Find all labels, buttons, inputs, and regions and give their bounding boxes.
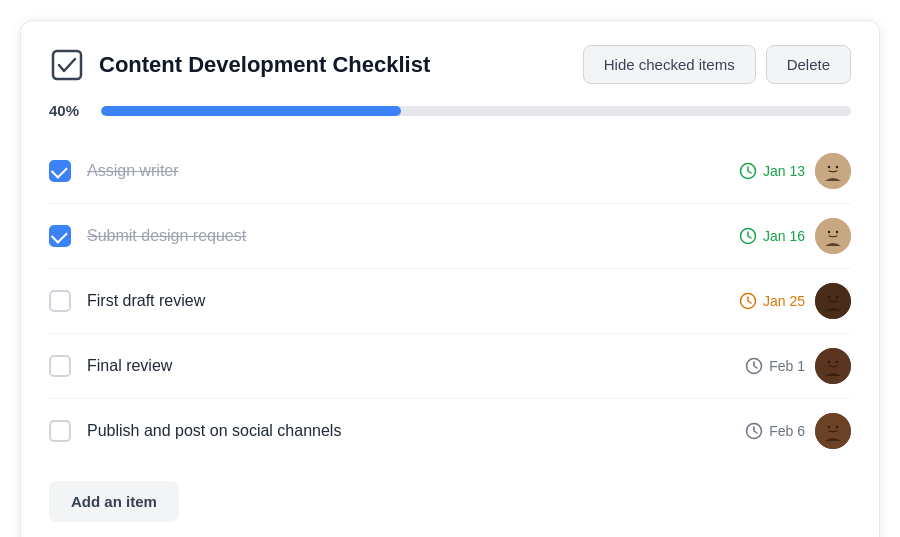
task-date-text: Feb 1 bbox=[769, 358, 805, 374]
items-list: Assign writer Jan 13 Submit design reque… bbox=[49, 139, 851, 463]
task-text: Submit design request bbox=[87, 227, 723, 245]
task-meta: Feb 1 bbox=[745, 348, 851, 384]
task-avatar bbox=[815, 218, 851, 254]
task-text: Assign writer bbox=[87, 162, 723, 180]
task-meta: Jan 13 bbox=[739, 153, 851, 189]
add-item-button[interactable]: Add an item bbox=[49, 481, 179, 522]
svg-point-14 bbox=[836, 231, 838, 233]
progress-row: 40% bbox=[49, 102, 851, 119]
clock-icon bbox=[739, 227, 757, 245]
svg-point-20 bbox=[828, 296, 830, 298]
task-checkbox[interactable] bbox=[49, 290, 71, 312]
task-item: First draft review Jan 25 bbox=[49, 269, 851, 334]
svg-point-7 bbox=[836, 166, 838, 168]
clock-icon bbox=[739, 292, 757, 310]
task-date-text: Jan 13 bbox=[763, 163, 805, 179]
svg-point-6 bbox=[828, 166, 830, 168]
checklist-card: Content Development Checklist Hide check… bbox=[20, 20, 880, 537]
svg-point-21 bbox=[836, 296, 838, 298]
task-avatar bbox=[815, 413, 851, 449]
clock-icon bbox=[745, 357, 763, 375]
task-text: Final review bbox=[87, 357, 729, 375]
svg-rect-0 bbox=[53, 51, 81, 79]
svg-point-27 bbox=[828, 361, 830, 363]
task-date-badge: Jan 13 bbox=[739, 162, 805, 180]
task-date-text: Feb 6 bbox=[769, 423, 805, 439]
task-date-badge: Feb 6 bbox=[745, 422, 805, 440]
header: Content Development Checklist Hide check… bbox=[49, 45, 851, 84]
task-date-badge: Jan 16 bbox=[739, 227, 805, 245]
task-text: First draft review bbox=[87, 292, 723, 310]
task-checkbox[interactable] bbox=[49, 160, 71, 182]
task-checkbox[interactable] bbox=[49, 225, 71, 247]
svg-point-34 bbox=[828, 426, 830, 428]
svg-point-13 bbox=[828, 231, 830, 233]
task-date-text: Jan 16 bbox=[763, 228, 805, 244]
header-left: Content Development Checklist bbox=[49, 47, 430, 83]
task-item: Assign writer Jan 13 bbox=[49, 139, 851, 204]
task-meta: Jan 16 bbox=[739, 218, 851, 254]
task-checkbox[interactable] bbox=[49, 355, 71, 377]
task-date-badge: Feb 1 bbox=[745, 357, 805, 375]
page-title: Content Development Checklist bbox=[99, 52, 430, 78]
task-item: Final review Feb 1 bbox=[49, 334, 851, 399]
checklist-icon bbox=[49, 47, 85, 83]
task-item: Submit design request Jan 16 bbox=[49, 204, 851, 269]
progress-label: 40% bbox=[49, 102, 87, 119]
task-avatar bbox=[815, 283, 851, 319]
task-text: Publish and post on social channels bbox=[87, 422, 729, 440]
task-date-badge: Jan 25 bbox=[739, 292, 805, 310]
task-avatar bbox=[815, 348, 851, 384]
task-checkbox[interactable] bbox=[49, 420, 71, 442]
task-meta: Jan 25 bbox=[739, 283, 851, 319]
svg-point-35 bbox=[836, 426, 838, 428]
task-date-text: Jan 25 bbox=[763, 293, 805, 309]
header-buttons: Hide checked items Delete bbox=[583, 45, 851, 84]
hide-checked-button[interactable]: Hide checked items bbox=[583, 45, 756, 84]
svg-point-28 bbox=[836, 361, 838, 363]
progress-fill bbox=[101, 106, 401, 116]
task-avatar bbox=[815, 153, 851, 189]
task-meta: Feb 6 bbox=[745, 413, 851, 449]
clock-icon bbox=[745, 422, 763, 440]
clock-icon bbox=[739, 162, 757, 180]
progress-track bbox=[101, 106, 851, 116]
task-item: Publish and post on social channels Feb … bbox=[49, 399, 851, 463]
delete-button[interactable]: Delete bbox=[766, 45, 851, 84]
